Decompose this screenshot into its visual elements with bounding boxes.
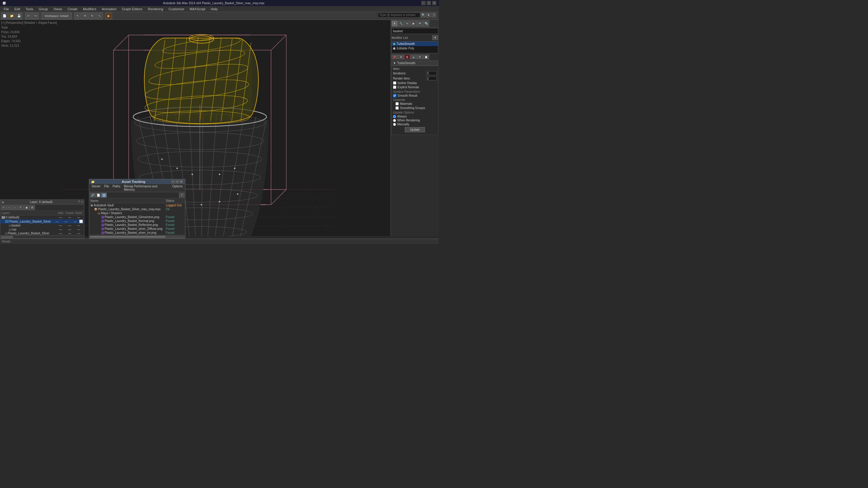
modifier-item-editablepoly[interactable]: Editable Poly (392, 46, 438, 51)
object-name-field[interactable] (392, 28, 438, 34)
help-button[interactable]: ? (432, 13, 436, 18)
mod-configure-btn[interactable]: ⚙ (398, 55, 404, 59)
layers-options-btn[interactable]: ⚙ (30, 205, 35, 210)
asset-menu-bitmap[interactable]: Bitmap Performance and Memory (123, 185, 170, 191)
menu-item-create[interactable]: Create (65, 7, 80, 11)
mod-down-btn[interactable]: ▼ (417, 55, 423, 59)
redo-button[interactable]: ↪ (32, 13, 39, 19)
asset-menu-file[interactable]: File (103, 185, 110, 191)
undo-button[interactable]: ↩ (25, 13, 32, 19)
asset-row-diffuse[interactable]: 🖼 Plastic_Laundry_Basket_silver_Diffuse.… (89, 227, 185, 231)
layer-color-default (1, 216, 5, 219)
layer-row-plastic2[interactable]: ◻ Plastic_Laundry_Basket_Silver — — — (0, 231, 84, 235)
layers-add-obj-btn[interactable]: → (12, 205, 18, 210)
layer-row-cup[interactable]: ◻ cup — — — (0, 227, 84, 231)
layer-row-plastic-basket[interactable]: Plastic_Laundry_Basket_Silver — — — (0, 219, 84, 224)
save-button[interactable]: 💾 (16, 13, 22, 19)
asset-scroll-thumb[interactable] (90, 236, 165, 238)
mod-pin-btn[interactable]: 📌 (392, 55, 398, 59)
menu-item-grapheditors[interactable]: Graph Editors (120, 7, 145, 11)
layer-row-default[interactable]: 0 (default) — — — (0, 216, 84, 219)
asset-menu-options[interactable]: Options (171, 185, 184, 191)
new-button[interactable]: 📄 (1, 13, 8, 19)
layers-close-button[interactable]: × (81, 200, 83, 204)
asset-tb-3[interactable]: ▦ (101, 193, 107, 198)
menu-item-animation[interactable]: Animation (99, 7, 119, 11)
isoline-checkbox[interactable] (393, 82, 396, 85)
turbosmooth-panel-header[interactable]: ▼ TurboSmooth (392, 61, 438, 66)
asset-row-reflection[interactable]: 🖼 Plastic_Laundry_Basket_Reflection.png … (89, 223, 185, 227)
smoothing-groups-checkbox[interactable] (396, 106, 399, 110)
mod-copy-btn[interactable]: 📋 (423, 55, 429, 59)
workspace-dropdown[interactable]: Workspace: Default (41, 13, 72, 19)
svg-point-55 (201, 204, 202, 205)
asset-close-btn[interactable]: ✕ (180, 180, 183, 184)
search-options-button[interactable]: ▼ (426, 13, 431, 18)
update-button[interactable]: Update (405, 127, 425, 132)
manually-radio[interactable] (393, 123, 396, 126)
maximize-button[interactable]: □ (427, 1, 431, 5)
menu-item-group[interactable]: Group (36, 7, 50, 11)
hierarchy-icon[interactable]: H (404, 21, 410, 27)
asset-row-ior[interactable]: 🖼 Plastic_Laundry_Basket_silver_ior.png … (89, 231, 185, 235)
menu-item-edit[interactable]: Edit (12, 7, 23, 11)
render-button[interactable]: ▶ (105, 13, 112, 19)
layers-new-btn[interactable]: + (1, 205, 6, 210)
iterations-input[interactable] (426, 71, 437, 75)
asset-restore-btn[interactable]: □ (176, 180, 179, 184)
layers-question[interactable]: ? (79, 200, 80, 204)
layers-delete-btn[interactable]: − (7, 205, 12, 210)
layer-row-basket-obj[interactable]: ◻ basket — — — (0, 224, 84, 227)
search-button[interactable]: 🔍 (421, 13, 426, 18)
close-button[interactable]: ✕ (432, 1, 436, 5)
asset-minimize-btn[interactable]: − (171, 180, 175, 184)
search-input[interactable] (378, 13, 420, 18)
modifier-list-dropdown[interactable]: ▼ (432, 35, 438, 40)
asset-icon-maxfile: 📦 (94, 208, 97, 211)
menu-item-help[interactable]: Help (208, 7, 220, 11)
menu-item-rendering[interactable]: Rendering (146, 7, 166, 11)
utilities-icon[interactable]: 🔩 (423, 21, 429, 27)
menu-item-customize[interactable]: Customize (166, 7, 187, 11)
asset-tb-2[interactable]: 📄 (96, 193, 101, 198)
modify-icon[interactable]: 🔧 (398, 21, 404, 27)
asset-menu-paths[interactable]: Paths (112, 185, 122, 191)
create-icon[interactable]: ✦ (392, 21, 398, 27)
rotate-button[interactable]: ↻ (89, 13, 96, 19)
menu-item-file[interactable]: File (1, 7, 11, 11)
layers-highlight-btn[interactable]: ◆ (24, 205, 29, 210)
asset-tb-help[interactable]: ? (179, 193, 184, 198)
asset-scrollbar[interactable] (89, 235, 185, 238)
layer-vis-cup: — (56, 228, 65, 231)
mod-delete-btn[interactable]: 🗑 (404, 55, 410, 59)
asset-menu-server[interactable]: Server (90, 185, 101, 191)
materials-checkbox[interactable] (396, 102, 399, 105)
render-iters-input[interactable] (426, 76, 437, 80)
asset-row-maxfile[interactable]: 📦 Plastic_Laundry_Basket_Silver_max_vray… (89, 207, 185, 211)
explicit-normals-checkbox[interactable] (393, 86, 396, 89)
select-button[interactable]: ↖ (74, 13, 81, 19)
asset-row-normal[interactable]: 🖼 Plastic_Laundry_Basket_Normal.png Foun… (89, 219, 185, 223)
smooth-result-checkbox[interactable] (393, 94, 396, 97)
scale-button[interactable]: ⤡ (96, 13, 103, 19)
layers-select-btn[interactable]: ↖ (18, 205, 24, 210)
asset-row-gloss[interactable]: 🖼 Plastic_Laundry_Basket_Glossiness.png … (89, 215, 185, 219)
menu-item-maxscript[interactable]: MAXScript (187, 7, 208, 11)
move-button[interactable]: ✛ (82, 13, 88, 19)
asset-tb-1[interactable]: 🔗 (90, 193, 95, 198)
menu-item-tools[interactable]: Tools (23, 7, 36, 11)
asset-row-vault[interactable]: 🏛 Autodesk Vault Logged Out (89, 203, 185, 207)
modifier-item-turbosmooth[interactable]: TurboSmooth (392, 41, 438, 46)
layers-scrollbar[interactable] (0, 235, 84, 238)
motion-icon[interactable]: ▶ (410, 21, 416, 27)
minimize-button[interactable]: − (421, 1, 426, 5)
open-button[interactable]: 📁 (8, 13, 15, 19)
mod-up-btn[interactable]: ▲ (410, 55, 416, 59)
layers-scroll-thumb[interactable] (1, 236, 13, 238)
menu-item-modifiers[interactable]: Modifiers (81, 7, 99, 11)
menu-item-views[interactable]: Views (51, 7, 64, 11)
asset-row-maps-folder[interactable]: 🗂 Maps / Shaders (89, 211, 185, 215)
always-radio[interactable] (393, 115, 396, 118)
display-icon[interactable]: 👁 (417, 21, 423, 27)
when-rendering-radio[interactable] (393, 119, 396, 122)
